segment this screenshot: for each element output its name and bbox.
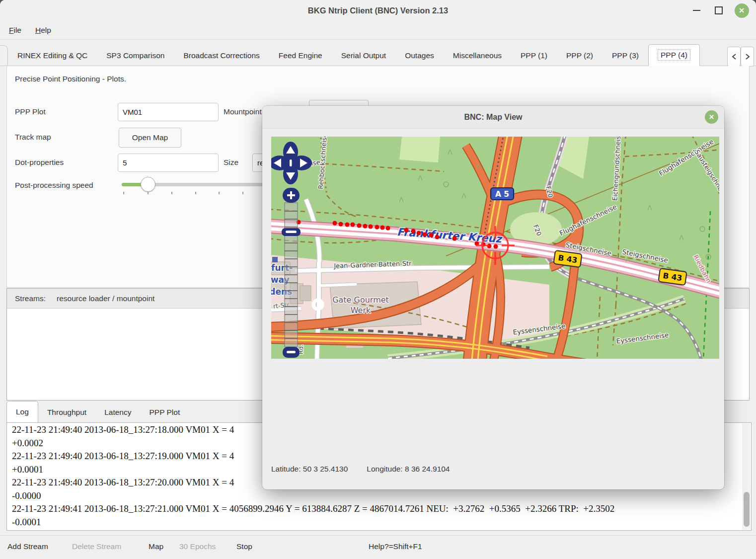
minus-icon <box>287 351 296 353</box>
openstreetmap-canvas[interactable]: ΛΛΛΛΛΛΛΛneisechRehbockschneiseJean-Gardn… <box>271 137 719 359</box>
title-bar: BKG Ntrip Client (BNC) Version 2.13 ✕ <box>0 0 756 21</box>
tab-bar: RINEX Editing & QCSP3 ComparisonBroadcas… <box>0 45 756 66</box>
ppp-track-dot <box>386 226 390 231</box>
tab-serial-output[interactable]: Serial Output <box>332 45 395 66</box>
ppp-track-dot <box>333 221 337 226</box>
ppp-track-dot <box>435 235 440 240</box>
tab-scroll-right-button[interactable] <box>741 47 754 67</box>
menu-item-help[interactable]: Help <box>35 26 51 35</box>
map-view[interactable]: ΛΛΛΛΛΛΛΛneisechRehbockschneiseJean-Gardn… <box>271 137 719 359</box>
map-label: Gate Gourmet <box>332 295 389 305</box>
ppp-track-dot <box>351 223 355 227</box>
tab-ppp-4-[interactable]: PPP (4) <box>648 44 700 66</box>
toolbar-delete-stream: Delete Stream <box>72 536 121 558</box>
toolbar-help-shift-f1[interactable]: Help?=Shift+F1 <box>369 536 422 558</box>
track-map-label: Track map <box>15 133 51 142</box>
ppp-track-dot <box>369 225 373 229</box>
tab-sp3-comparison[interactable]: SP3 Comparison <box>97 45 174 66</box>
chevron-left-icon <box>731 53 737 60</box>
mountpoint-label: Mountpoint <box>224 107 262 116</box>
ppp-track-dot <box>417 231 421 236</box>
log-tab-latency[interactable]: Latency <box>95 402 140 422</box>
tree-icon: Λ <box>461 192 466 200</box>
dialog-title-bar[interactable]: BNC: Map View ✕ <box>262 106 724 129</box>
tree-icon: Λ <box>476 162 481 170</box>
tab-miscellaneous[interactable]: Miscellaneous <box>444 45 511 66</box>
log-line: 22-11-23 21:49:41 2013-06-18_13:27:21.00… <box>12 502 740 516</box>
map-view-dialog: BNC: Map View ✕ <box>262 106 724 489</box>
chevron-right-icon <box>745 53 751 60</box>
tree-icon: Λ <box>647 204 652 212</box>
tab-list: RINEX Editing & QCSP3 ComparisonBroadcas… <box>8 44 700 66</box>
ppp-track-dot <box>494 244 498 249</box>
bottom-toolbar: Add StreamDelete StreamMap30 EpochsStopH… <box>0 535 756 559</box>
ppp-track-dot <box>429 233 434 238</box>
scrollbar-thumb[interactable] <box>744 492 750 527</box>
log-line: -0.0001 <box>12 516 740 529</box>
minimize-button[interactable] <box>688 0 705 21</box>
tab-partial-sliver[interactable] <box>0 45 8 66</box>
ppp-track-dot <box>411 229 416 234</box>
tab-outages[interactable]: Outages <box>395 45 444 66</box>
tab-broadcast-corrections[interactable]: Broadcast Corrections <box>174 45 269 66</box>
slider-handle[interactable] <box>141 177 155 192</box>
tree-icon: Λ <box>679 234 684 241</box>
tab-ppp-2-[interactable]: PPP (2) <box>557 45 603 66</box>
speed-label: Post-processing speed <box>15 181 93 190</box>
maximize-button[interactable] <box>710 0 727 21</box>
ppp-plot-label: PPP Plot <box>15 107 46 116</box>
tab-ppp-1-[interactable]: PPP (1) <box>511 45 557 66</box>
ppp-plot-input[interactable] <box>118 103 219 121</box>
map-poi-square <box>272 257 278 262</box>
tree-icon: Λ <box>448 148 453 156</box>
toolbar-30-epochs: 30 Epochs <box>179 536 216 558</box>
close-icon: ✕ <box>735 3 749 18</box>
map-zoom-control[interactable] <box>282 188 301 358</box>
toolbar-map[interactable]: Map <box>149 536 163 558</box>
tab-feed-engine[interactable]: Feed Engine <box>269 45 332 66</box>
svg-text:A 5: A 5 <box>495 190 509 199</box>
tab-ppp-3-[interactable]: PPP (3) <box>603 45 648 66</box>
dialog-close-button[interactable]: ✕ <box>705 110 718 124</box>
dot-properties-input[interactable] <box>118 154 219 172</box>
bnc-window: BKG Ntrip Client (BNC) Version 2.13 ✕ Fi… <box>0 0 756 559</box>
road-shield-a5: A 5 <box>491 188 514 200</box>
ppp-track-dot <box>375 225 379 230</box>
window-title: BKG Ntrip Client (BNC) Version 2.13 <box>0 0 756 21</box>
log-tab-log[interactable]: Log <box>6 401 38 423</box>
longitude-value: Longitude: 8 36 24.9104 <box>367 465 450 474</box>
panel-description: Precise Point Positioning - Plots. <box>15 75 126 83</box>
streams-title: Streams: <box>15 294 46 303</box>
menu-bar: FileHelp <box>0 21 756 40</box>
tree-icon: Λ <box>399 196 404 204</box>
close-icon: ✕ <box>709 113 714 121</box>
log-scrollbar[interactable] <box>742 423 751 530</box>
map-label: Werk <box>351 306 371 315</box>
ppp-track-dot <box>423 233 427 237</box>
open-map-button[interactable]: Open Map <box>119 128 181 148</box>
ppp-track-dot <box>339 222 343 227</box>
tab-rinex-editing-qc[interactable]: RINEX Editing & QC <box>8 45 97 66</box>
maximize-icon <box>715 6 723 14</box>
close-button[interactable]: ✕ <box>733 0 750 21</box>
log-line: -0.0000 <box>12 489 740 503</box>
ppp-track-dot <box>363 224 368 229</box>
tree-icon: Λ <box>418 174 423 182</box>
dialog-title: BNC: Map View <box>262 106 724 128</box>
streams-subtitle: resource loader / mountpoint <box>57 294 154 303</box>
toolbar-stop[interactable]: Stop <box>236 536 252 558</box>
ppp-track-dot <box>345 223 350 227</box>
tab-scroll-left-button[interactable] <box>727 47 741 67</box>
ppp-track-dot <box>380 226 385 230</box>
toolbar-add-stream[interactable]: Add Stream <box>7 536 48 558</box>
menu-item-file[interactable]: File <box>9 26 21 35</box>
log-tab-throughput[interactable]: Throughput <box>38 402 95 422</box>
minimize-icon <box>693 10 700 11</box>
ppp-track-dot <box>453 237 457 241</box>
latitude-value: Latitude: 50 3 25.4130 <box>271 465 348 474</box>
dot-properties-label: Dot-properties <box>15 158 64 167</box>
log-tab-ppp-plot[interactable]: PPP Plot <box>140 402 189 422</box>
coordinate-readout: Latitude: 50 3 25.4130 Longitude: 8 36 2… <box>271 465 450 474</box>
ppp-track-dot <box>357 224 362 228</box>
size-label: Size <box>224 158 238 167</box>
